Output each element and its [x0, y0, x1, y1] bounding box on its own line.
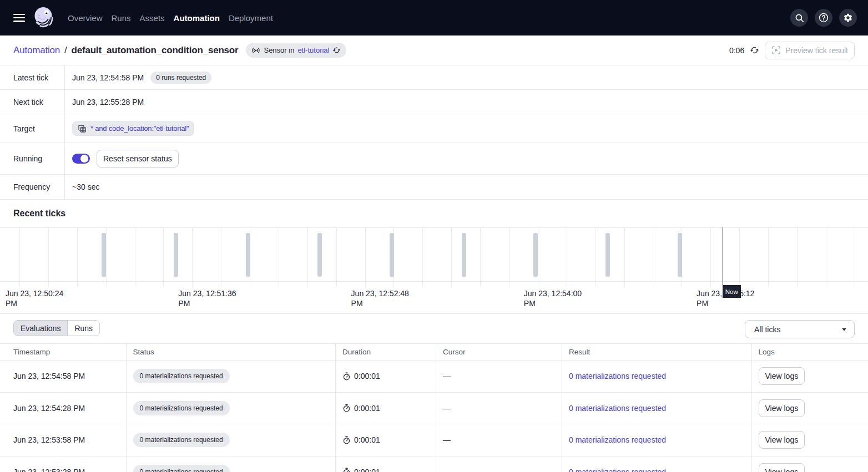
- view-segmented-control: Evaluations Runs: [13, 320, 100, 336]
- tick-bar[interactable]: [317, 233, 322, 277]
- tab-evaluations[interactable]: Evaluations: [14, 321, 67, 336]
- top-nav: Overview Runs Assets Automation Deployme…: [0, 0, 868, 35]
- cell-duration: 0:00:01: [336, 393, 436, 424]
- tick-bar[interactable]: [390, 233, 394, 277]
- status-badge: 0 materializations requested: [133, 433, 230, 447]
- nav-item-overview[interactable]: Overview: [68, 13, 103, 23]
- detail-label: Next tick: [0, 90, 65, 114]
- detail-row-running: Running Reset sensor status: [0, 143, 868, 175]
- page-title: default_automation_condition_sensor: [72, 45, 239, 56]
- stopwatch-icon: [342, 372, 351, 380]
- sensor-chip-label: Sensor in: [264, 46, 294, 54]
- view-logs-button[interactable]: View logs: [759, 431, 805, 449]
- tick-status-filter-select[interactable]: All ticks: [745, 320, 855, 338]
- reload-location-icon[interactable]: [332, 46, 341, 54]
- tick-bar[interactable]: [462, 233, 466, 277]
- dagster-logo-icon[interactable]: [34, 7, 55, 28]
- nav-item-deployment[interactable]: Deployment: [229, 13, 273, 23]
- gridline: [336, 227, 337, 287]
- gridline: [77, 227, 78, 287]
- running-toggle[interactable]: [72, 154, 90, 164]
- refresh-icon[interactable]: [750, 45, 759, 55]
- search-icon[interactable]: [790, 9, 808, 27]
- code-location-link[interactable]: etl-tutorial: [297, 46, 329, 54]
- gridline: [797, 227, 798, 287]
- result-link[interactable]: 0 materializations requested: [569, 404, 666, 413]
- status-badge: 0 materializations requested: [133, 369, 230, 383]
- evaluation-row: Jun 23, 12:54:28 PM 0 materializations r…: [0, 393, 868, 425]
- help-icon[interactable]: [815, 9, 832, 27]
- view-logs-button[interactable]: View logs: [759, 367, 805, 385]
- x-axis-line: [0, 281, 868, 282]
- cell-status: 0 materializations requested: [127, 456, 336, 472]
- preview-tick-result-button[interactable]: Preview tick result: [765, 42, 855, 59]
- col-header-status: Status: [127, 344, 336, 360]
- gridline: [855, 227, 855, 287]
- tick-bar[interactable]: [174, 233, 178, 277]
- gridline: [365, 227, 366, 287]
- result-link[interactable]: 0 materializations requested: [569, 372, 666, 380]
- gridline: [624, 227, 625, 287]
- gridline: [192, 227, 193, 287]
- col-header-result: Result: [562, 344, 752, 360]
- detail-label: Latest tick: [0, 65, 65, 89]
- cell-status: 0 materializations requested: [127, 424, 336, 456]
- stopwatch-icon: [342, 436, 351, 444]
- tick-bar[interactable]: [678, 233, 682, 277]
- col-header-timestamp: Timestamp: [0, 344, 127, 360]
- breadcrumb: Automation / default_automation_conditio…: [13, 45, 238, 56]
- tick-bar[interactable]: [533, 233, 538, 277]
- cell-cursor: —: [436, 393, 562, 424]
- cell-duration: 0:00:01: [336, 424, 436, 456]
- view-logs-button[interactable]: View logs: [759, 463, 805, 472]
- gridline: [279, 227, 279, 287]
- cell-cursor: —: [436, 361, 562, 392]
- gridline: [509, 227, 509, 287]
- menu-icon[interactable]: [13, 14, 25, 22]
- status-badge: 0 materializations requested: [133, 465, 230, 472]
- nav-item-runs[interactable]: Runs: [112, 13, 131, 23]
- tabs-row: Evaluations Runs All ticks: [0, 314, 868, 343]
- cell-timestamp: Jun 23, 12:53:58 PM: [0, 424, 127, 456]
- cell-result: 0 materializations requested: [562, 456, 752, 472]
- result-link[interactable]: 0 materializations requested: [569, 435, 666, 444]
- asset-table-icon: [78, 124, 87, 133]
- breadcrumb-separator: /: [64, 45, 67, 56]
- result-link[interactable]: 0 materializations requested: [569, 468, 666, 472]
- settings-gear-icon[interactable]: [839, 9, 857, 27]
- recent-ticks-title: Recent ticks: [0, 200, 868, 227]
- tick-bar[interactable]: [102, 233, 106, 277]
- top-nav-actions: [790, 9, 857, 27]
- tab-runs[interactable]: Runs: [67, 321, 99, 336]
- table-body: Jun 23, 12:54:58 PM 0 materializations r…: [0, 361, 868, 472]
- tick-bar[interactable]: [605, 233, 610, 277]
- evaluation-row: Jun 23, 12:54:58 PM 0 materializations r…: [0, 361, 868, 393]
- breadcrumb-automation-link[interactable]: Automation: [13, 45, 60, 56]
- gridline: [19, 227, 20, 287]
- chevron-down-icon: [841, 326, 847, 333]
- nav-item-automation[interactable]: Automation: [174, 13, 220, 23]
- tick-bar[interactable]: [246, 233, 250, 277]
- evaluations-table: Timestamp Status Duration Cursor Result …: [0, 343, 868, 472]
- detail-row-target: Target * and code_location:"etl-tutorial…: [0, 114, 868, 143]
- reset-sensor-status-button[interactable]: Reset sensor status: [97, 150, 179, 168]
- gridline: [135, 227, 135, 287]
- detail-row-frequency: Frequency ~30 sec: [0, 175, 868, 200]
- asset-selection-text: * and code_location:"etl-tutorial": [90, 124, 189, 133]
- gridline: [307, 227, 308, 287]
- cell-result: 0 materializations requested: [562, 424, 752, 456]
- view-logs-button[interactable]: View logs: [759, 399, 805, 417]
- col-header-logs: Logs: [752, 344, 868, 360]
- nav-links: Overview Runs Assets Automation Deployme…: [68, 13, 273, 23]
- sensor-icon: [251, 46, 260, 55]
- gridline: [567, 227, 567, 287]
- nav-item-assets[interactable]: Assets: [140, 13, 165, 23]
- detail-label: Frequency: [0, 175, 65, 199]
- col-header-duration: Duration: [336, 344, 436, 360]
- gridline: [422, 227, 423, 287]
- asset-selection-chip[interactable]: * and code_location:"etl-tutorial": [72, 121, 194, 136]
- detail-label: Running: [0, 143, 65, 174]
- sensor-details: Latest tick Jun 23, 12:54:58 PM 0 runs r…: [0, 65, 868, 200]
- gridline: [221, 227, 221, 287]
- gridline: [451, 227, 452, 287]
